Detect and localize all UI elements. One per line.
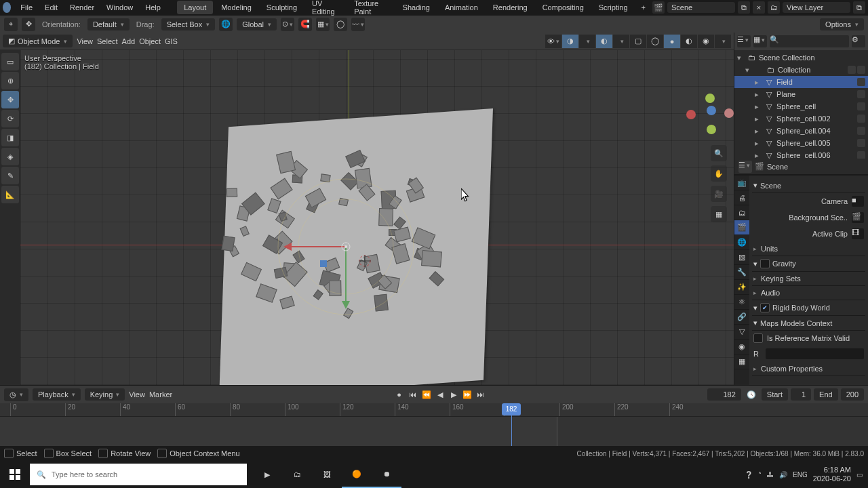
start-button[interactable] <box>0 461 30 488</box>
ptab-world[interactable]: 🌐 <box>734 235 749 250</box>
ptab-material[interactable]: ◉ <box>734 340 749 354</box>
panel-audio[interactable]: Audio <box>752 286 865 300</box>
jump-start-button[interactable]: ⏮ <box>407 388 419 401</box>
debris-rock[interactable] <box>221 236 235 251</box>
outliner-item[interactable]: ▸▽Sphere_cell.006 <box>734 149 868 159</box>
rigid-checkbox[interactable] <box>760 303 770 312</box>
transform-icon[interactable]: 🌐 <box>219 18 233 31</box>
workspace-tab-modeling[interactable]: Modeling <box>214 1 258 14</box>
ptab-scene[interactable]: 🎬 <box>734 220 749 235</box>
app-logo-icon[interactable] <box>3 2 11 13</box>
jump-end-button[interactable]: ⏭ <box>475 388 487 401</box>
timeline-track[interactable]: 020406080100120140160180200220240 182 <box>0 403 868 446</box>
ptab-output[interactable]: 🖨 <box>734 190 749 205</box>
taskbar-search[interactable]: 🔍 Type here to search <box>30 464 247 485</box>
gizmo-dropdown[interactable] <box>579 35 595 48</box>
outliner-search[interactable]: 🔍 <box>770 35 849 47</box>
workspace-tab-animation[interactable]: Animation <box>438 1 485 14</box>
tray-volume-icon[interactable]: 🔊 <box>779 471 787 479</box>
tray-network-icon[interactable]: 🖧 <box>767 471 774 479</box>
ptab-modifier[interactable]: 🔧 <box>734 265 749 280</box>
workspace-tab-texture[interactable]: Texture Paint <box>347 0 394 18</box>
task-app-3[interactable]: 🖼 <box>312 461 342 488</box>
shading-render-icon[interactable]: ◉ <box>698 35 714 48</box>
nav-z-icon[interactable] <box>707 106 716 115</box>
outliner-item[interactable]: ▸▽Plane <box>734 88 868 100</box>
tool-transform[interactable]: ◈ <box>1 148 19 165</box>
taskbar-clock[interactable]: 6:18 AM 2020-06-20 <box>813 466 851 483</box>
tool-rotate[interactable]: ⟳ <box>1 110 19 127</box>
panel-keying[interactable]: Keying Sets <box>752 272 865 286</box>
workspace-tab-rendering[interactable]: Rendering <box>486 1 534 14</box>
menu-window[interactable]: Window <box>101 1 138 14</box>
nav-y-neg-icon[interactable] <box>707 125 716 134</box>
shading-lookdev-icon[interactable]: ◐ <box>681 35 697 48</box>
transform-dropdown[interactable]: Global <box>237 18 277 30</box>
panel-rigid[interactable]: ▾Rigid Body World <box>752 300 865 316</box>
tray-chevron-icon[interactable]: ˄ <box>758 471 762 479</box>
refmatrix-checkbox[interactable] <box>753 333 763 343</box>
timeline-type-dropdown[interactable]: ◷ <box>4 388 28 401</box>
outliner-item[interactable]: ▸▽Sphere_cell.002 <box>734 113 868 125</box>
autokey-toggle[interactable]: ● <box>393 388 406 401</box>
shading-dropdown[interactable] <box>715 35 731 48</box>
ptab-particles[interactable]: ✨ <box>734 280 749 295</box>
vp-menu-view[interactable]: View <box>77 37 93 45</box>
play-button[interactable]: ▶ <box>448 388 460 401</box>
ptab-data[interactable]: ▽ <box>734 325 749 340</box>
tray-lang[interactable]: ENG <box>793 471 808 479</box>
nav-x-icon[interactable] <box>724 108 734 118</box>
outliner-item[interactable]: ▸▽Sphere_cell.004 <box>734 125 868 137</box>
nav-y-icon[interactable] <box>705 94 715 103</box>
panel-maps[interactable]: ▾Maps Models Context <box>752 316 865 331</box>
viewlayer-icon[interactable]: 🗂 <box>768 1 780 14</box>
pivot-dropdown[interactable]: ⊙ <box>281 18 294 31</box>
shading-solid-icon[interactable]: ● <box>664 35 680 48</box>
menu-render[interactable]: Render <box>64 1 100 14</box>
tool-select-box[interactable]: ▭ <box>1 53 19 70</box>
frame-cursor[interactable]: 182 <box>502 403 521 415</box>
debris-rock[interactable] <box>240 226 250 237</box>
ptab-render[interactable]: 📺 <box>734 176 749 190</box>
move-gizmo[interactable] <box>258 159 434 335</box>
viewport-canvas[interactable]: User Perspective (182) Collection | Fiel… <box>20 50 734 385</box>
vp-menu-gis[interactable]: GIS <box>165 37 178 45</box>
panel-units[interactable]: Units <box>752 242 865 256</box>
outliner-scene-collection[interactable]: ▾🗀Scene Collection <box>734 52 868 64</box>
tl-menu-marker[interactable]: Marker <box>149 390 172 399</box>
scene-icon[interactable]: 🎬 <box>652 1 665 14</box>
tool-move[interactable]: ✥ <box>1 91 19 108</box>
workspace-tab-uv[interactable]: UV Editing <box>305 0 346 18</box>
snap-dropdown[interactable]: ▦ <box>316 18 330 31</box>
bgscene-field[interactable]: 🎬 <box>852 212 864 223</box>
mode-dropdown[interactable]: ◩ Object Mode <box>3 35 73 47</box>
task-recorder[interactable]: ⏺ <box>372 461 401 488</box>
visibility-dropdown[interactable]: 👁 <box>545 35 561 48</box>
outliner-item[interactable]: ▸▽Sphere_cell <box>734 100 868 113</box>
vp-menu-select[interactable]: Select <box>97 37 118 45</box>
shading-wireframe-icon[interactable]: ◯ <box>647 35 663 48</box>
ortho-persp-button[interactable]: ▦ <box>711 206 727 222</box>
keying-dropdown[interactable]: Keying <box>85 388 125 401</box>
start-frame-field[interactable]: 1 <box>791 388 811 401</box>
drag-dropdown[interactable]: Select Box <box>161 18 216 30</box>
new-viewlayer-icon[interactable]: ⧉ <box>853 1 865 14</box>
collection-vis-icon[interactable] <box>848 66 856 74</box>
tool-cursor[interactable]: ⊕ <box>1 72 19 89</box>
overlay-dropdown[interactable] <box>613 35 629 48</box>
workspace-tab-scripting[interactable]: Scripting <box>592 1 635 14</box>
outliner-collection[interactable]: ▾🗀Collection <box>734 64 868 76</box>
timeline-ruler[interactable]: 020406080100120140160180200220240 <box>0 403 868 417</box>
nav-x-neg-icon[interactable] <box>686 110 696 119</box>
options-dropdown[interactable]: Options <box>820 18 864 30</box>
debris-rock[interactable] <box>226 188 237 197</box>
tray-notifications-icon[interactable]: ▭ <box>856 471 863 479</box>
vp-menu-object[interactable]: Object <box>139 37 161 45</box>
xray-toggle-icon[interactable]: ▢ <box>630 35 646 48</box>
ptab-physics[interactable]: ⚛ <box>734 295 749 310</box>
task-explorer[interactable]: 🗂 <box>282 461 312 488</box>
next-key-button[interactable]: ⏩ <box>461 388 473 401</box>
workspace-tab-compositing[interactable]: Compositing <box>536 1 591 14</box>
outliner-item[interactable]: ▸▽Field <box>734 76 868 88</box>
frame-clock-icon[interactable]: 🕓 <box>745 388 757 401</box>
